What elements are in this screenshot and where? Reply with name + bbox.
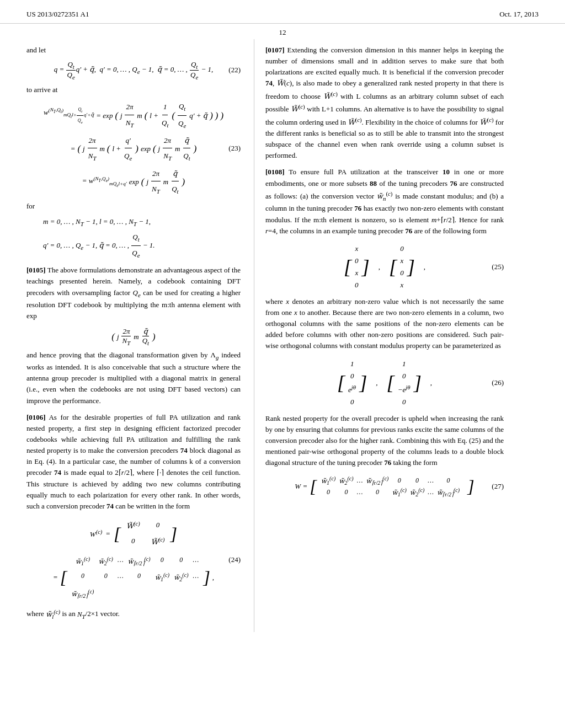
eq24-number: (24) [228,555,241,564]
eq24-content: W(c) = [ W̃(c) 0 0 W̃(c) ] = [26,517,241,602]
eq26-content: [ 1 0 ejθ 0 ] , [ 1 [265,357,504,409]
eq23-content: w(NT,Qt)mQtl+QtQeq′+q̃ = exp ( j 2πNT m … [26,99,241,197]
rank-nested-text: Rank nested property for the overall pre… [265,413,504,469]
eq27-number: (27) [492,482,504,491]
eq25-content: [ x 0 x 0 ] , [ 0 [265,242,504,292]
equation-25-block: (25) [ x 0 x 0 ] , [265,242,504,292]
para108-label: [0108] [265,168,285,176]
exp-expression: ( j 2πNT m q̃Qt ) [26,327,241,346]
where-x-text: where x denotes an arbitrary non-zero va… [265,296,504,352]
for-text: for [26,201,241,212]
equation-23-block: (23) w(NT,Qt)mQtl+QtQeq′+q̃ = exp ( j 2π… [26,99,241,197]
eq22-number: (22) [228,66,241,74]
header-right: Oct. 17, 2013 [499,10,539,19]
and-let-text: and let [26,45,241,56]
equation-22: q = QtQeq′ + q̃, q′ = 0, … , Qe − 1, q̃ … [26,60,241,80]
eq27-content: W = [ w̃1(c) w̃2(c) … w̃⌈r/2⌉(c) 0 0 … 0… [265,474,504,499]
para105: [0105] The above formulations demonstrat… [26,265,241,322]
eq26-number: (26) [492,378,504,387]
equation-24-block: (24) W(c) = [ W̃(c) 0 0 W̃(c) ] [26,517,241,602]
para107: [0107] Extending the conversion dimensio… [265,45,504,161]
para105-label: [0105] [26,266,46,274]
para106: [0106] As for the desirable properties o… [26,412,241,512]
para107-label: [0107] [265,46,285,54]
header-left: US 2013/0272351 A1 [26,10,89,19]
para106-label: [0106] [26,413,46,421]
equation-27-block: (27) W = [ w̃1(c) w̃2(c) … w̃⌈r/2⌉(c) 0 … [265,474,504,499]
page-number: 12 [0,24,565,39]
page-header: US 2013/0272351 A1 Oct. 17, 2013 [0,0,565,24]
where-text: where w̃l(c) is an NT/2×1 vector. [26,607,241,621]
eq22-content: q = QtQeq′ + q̃, q′ = 0, … , Qe − 1, q̃ … [54,60,214,80]
eq23-number: (23) [228,144,241,153]
eq25-number: (25) [492,263,504,271]
para108: [0108] To ensure full PA utilization at … [265,167,504,236]
page: US 2013/0272351 A1 Oct. 17, 2013 12 and … [0,0,565,728]
para105-cont: and hence proving that the diagonal tran… [26,350,241,406]
right-column: [0107] Extending the conversion dimensio… [254,39,530,632]
equation-26-block: (26) [ 1 0 ejθ 0 ] , [265,357,504,409]
to-arrive-at: to arrive at [26,84,241,95]
left-column: and let q = QtQeq′ + q̃, q′ = 0, … , Qe … [0,39,254,632]
for-conditions: m = 0, … , NT − 1, l = 0, … , NT − 1, q′… [43,215,241,262]
content-area: and let q = QtQeq′ + q̃, q′ = 0, … , Qe … [0,39,565,643]
